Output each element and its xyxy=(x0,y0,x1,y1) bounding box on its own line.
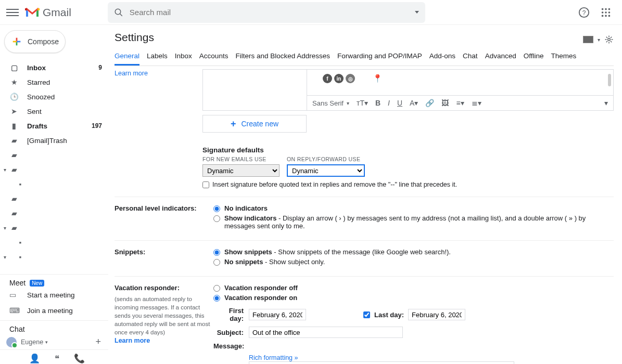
underline-button[interactable]: U xyxy=(397,99,402,107)
subject-input[interactable] xyxy=(249,327,403,338)
chat-title: Chat xyxy=(6,325,108,333)
more-options-button[interactable]: ▾ xyxy=(604,99,608,107)
chevron-down-icon[interactable]: ▾ xyxy=(45,340,48,345)
signature-list[interactable] xyxy=(202,69,307,111)
person-icon[interactable]: 👤 xyxy=(29,353,40,364)
font-selector[interactable]: Sans Serif▾ xyxy=(312,99,349,107)
keyboard-icon: ⌨ xyxy=(9,306,19,315)
nav-starred[interactable]: ★Starred xyxy=(0,75,108,89)
compose-button[interactable]: Compose xyxy=(4,30,66,53)
search-options-dropdown[interactable] xyxy=(415,11,419,14)
linkedin-icon[interactable]: in xyxy=(334,74,344,83)
text-color-button[interactable]: A▾ xyxy=(410,99,418,107)
scrollbar[interactable] xyxy=(608,74,611,86)
phone-icon[interactable]: 📞 xyxy=(74,353,85,364)
nav-snoozed[interactable]: 🕒Snoozed xyxy=(0,89,108,104)
first-day-input[interactable] xyxy=(249,309,306,320)
video-icon: ▭ xyxy=(9,290,19,300)
learn-more-link[interactable]: Learn more xyxy=(115,70,148,77)
image-button[interactable]: 🖼 xyxy=(441,99,449,107)
vacation-label: Vacation responder: xyxy=(115,284,180,292)
gmail-logo[interactable]: Gmail xyxy=(25,6,71,19)
on-reply-label: ON REPLY/FORWARD USE xyxy=(287,156,365,162)
nav-inbox[interactable]: ▢Inbox9 xyxy=(0,60,108,75)
add-chat-button[interactable]: + xyxy=(95,336,101,347)
for-new-emails-select[interactable]: Dynamic xyxy=(202,164,280,177)
tab-forwarding[interactable]: Forwarding and POP/IMAP xyxy=(337,48,422,66)
start-meeting[interactable]: ▭Start a meeting xyxy=(9,287,108,303)
chevron-down-icon: ▾ xyxy=(2,167,7,173)
italic-button[interactable]: I xyxy=(388,99,390,107)
chat-user-row[interactable]: Eugene ▾ + xyxy=(6,336,108,347)
link-button[interactable]: 🔗 xyxy=(425,99,434,107)
tab-themes[interactable]: Themes xyxy=(551,48,576,66)
font-size-button[interactable]: тT▾ xyxy=(357,99,368,107)
show-indicators-radio[interactable] xyxy=(213,215,220,222)
facebook-icon[interactable]: f xyxy=(323,74,332,83)
main-menu-button[interactable] xyxy=(6,6,19,19)
svg-point-5 xyxy=(605,8,607,10)
nav-label-5[interactable]: ▰ xyxy=(0,206,108,220)
join-meeting[interactable]: ⌨Join a meeting xyxy=(9,303,108,318)
last-day-input[interactable] xyxy=(408,309,465,320)
tab-general[interactable]: General xyxy=(115,48,139,66)
tab-chat[interactable]: Chat xyxy=(463,48,478,66)
nav-label-6[interactable]: ▾▰ xyxy=(0,220,108,235)
vacation-on-label: Vacation responder on xyxy=(224,294,297,302)
create-new-signature-button[interactable]: + Create new xyxy=(202,115,307,133)
personal-indicators-row: Personal level indicators: No indicators… xyxy=(115,197,614,232)
vacation-on-radio[interactable] xyxy=(213,295,220,302)
new-badge: New xyxy=(30,280,44,287)
nav-label-3[interactable]: ▪ xyxy=(0,177,108,191)
vacation-responder-row: Vacation responder: (sends an automated … xyxy=(115,276,614,364)
tab-accounts[interactable]: Accounts xyxy=(199,48,229,66)
tab-inbox[interactable]: Inbox xyxy=(175,48,192,66)
help-icon[interactable]: ? xyxy=(578,7,590,18)
signature-preview[interactable]: f in ◎ 📍 Sans Serif▾ тT▾ B I xyxy=(307,69,614,111)
sig-defaults-title: Signature defaults xyxy=(202,146,614,154)
chevron-down-icon[interactable]: ▾ xyxy=(598,37,600,43)
send-icon: ➤ xyxy=(9,107,19,116)
for-new-label: FOR NEW EMAILS USE xyxy=(202,156,280,162)
input-tools-button[interactable] xyxy=(583,36,593,43)
align-button[interactable]: ≡▾ xyxy=(456,99,464,107)
tab-filters[interactable]: Filters and Blocked Addresses xyxy=(235,48,330,66)
gmail-text: Gmail xyxy=(43,6,71,19)
nav-label-2[interactable]: ▾▰ xyxy=(0,162,108,177)
on-reply-forward-select[interactable]: Dynamic xyxy=(287,164,365,177)
nav-gmail-trash[interactable]: ▰[Gmail]Trash xyxy=(0,133,108,148)
snippets-label: Snippets: xyxy=(115,248,213,268)
vacation-off-radio[interactable] xyxy=(213,285,220,292)
vacation-message-textarea[interactable] xyxy=(249,361,514,364)
tab-addons[interactable]: Add-ons xyxy=(429,48,455,66)
no-snippets-radio[interactable] xyxy=(213,259,220,266)
signature-defaults: Signature defaults FOR NEW EMAILS USE Dy… xyxy=(202,146,614,188)
nav-label-4[interactable]: ▰ xyxy=(0,191,108,206)
rich-formatting-link[interactable]: Rich formatting » xyxy=(249,354,614,361)
nav-label-8[interactable]: ▾▪ xyxy=(0,250,108,264)
nav-label-1[interactable]: ▰ xyxy=(0,148,108,162)
search-bar[interactable] xyxy=(108,2,425,23)
nav-label-7[interactable]: ▪ xyxy=(0,235,108,250)
tab-offline[interactable]: Offline xyxy=(524,48,544,66)
tab-labels[interactable]: Labels xyxy=(147,48,168,66)
bold-button[interactable]: B xyxy=(375,99,380,107)
compose-label: Compose xyxy=(28,37,59,46)
apps-grid-icon[interactable] xyxy=(600,7,612,18)
instagram-icon[interactable]: ◎ xyxy=(346,74,355,83)
content-area: Settings ▾ General Labels Inbox Accounts… xyxy=(108,25,622,364)
nav-sent[interactable]: ➤Sent xyxy=(0,104,108,119)
vacation-learn-more-link[interactable]: Learn more xyxy=(115,337,150,344)
hangouts-icon[interactable]: ❝ xyxy=(55,353,59,364)
gear-icon[interactable] xyxy=(604,35,614,44)
signature-toolbar: Sans Serif▾ тT▾ B I U A▾ 🔗 🖼 ≡▾ ≣▾ ▾ xyxy=(307,95,613,110)
tab-advanced[interactable]: Advanced xyxy=(485,48,516,66)
insert-signature-checkbox[interactable] xyxy=(202,181,209,188)
last-day-checkbox[interactable] xyxy=(363,311,370,318)
nav-drafts[interactable]: ▮Drafts197 xyxy=(0,119,108,133)
no-indicators-radio[interactable] xyxy=(213,205,220,212)
show-indicators-label: Show indicators xyxy=(224,214,276,222)
list-button[interactable]: ≣▾ xyxy=(472,99,481,107)
search-input[interactable] xyxy=(130,8,411,17)
show-snippets-radio[interactable] xyxy=(213,249,220,256)
